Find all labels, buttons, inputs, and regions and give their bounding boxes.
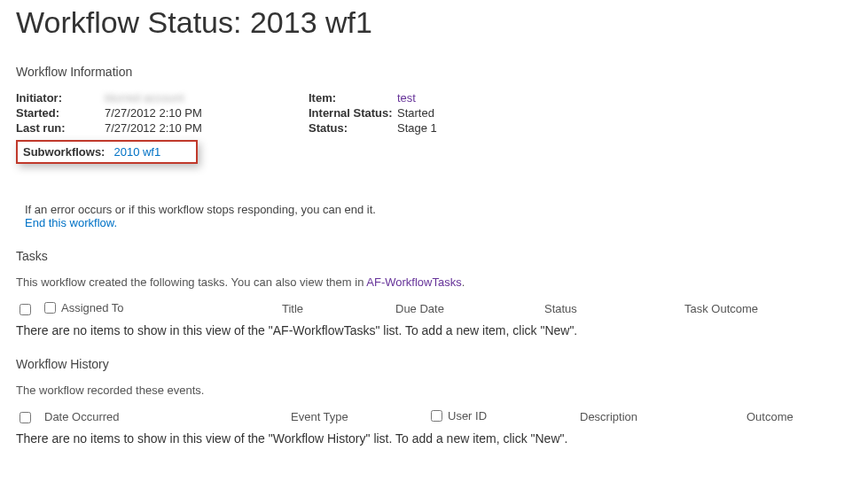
history-col-date: Date Occurred <box>44 406 291 428</box>
status-value: Stage 1 <box>397 121 557 135</box>
started-value: 7/27/2012 2:10 PM <box>105 106 264 120</box>
initiator-label: Initiator: <box>16 91 105 105</box>
status-label: Status: <box>309 121 397 135</box>
tasks-select-all-checkbox[interactable] <box>20 304 31 315</box>
end-workflow-link[interactable]: End this workflow. <box>25 216 117 229</box>
lastrun-value: 7/27/2012 2:10 PM <box>105 121 264 135</box>
tasks-col-outcome: Task Outcome <box>684 298 836 320</box>
subworkflows-link[interactable]: 2010 wf1 <box>113 145 160 159</box>
item-label: Item: <box>309 91 397 105</box>
tasks-assigned-checkbox[interactable] <box>44 302 56 314</box>
tasks-empty-message: There are no items to show in this view … <box>16 323 836 337</box>
workflow-info-heading: Workflow Information <box>16 65 836 79</box>
tasks-col-title: Title <box>282 298 395 320</box>
item-link[interactable]: test <box>397 91 416 105</box>
workflow-info-left: Initiator: blurred account Started: 7/27… <box>16 91 264 135</box>
workflow-info-right: Item: test Internal Status: Started Stat… <box>309 91 557 135</box>
tasks-heading: Tasks <box>16 249 836 263</box>
tasks-col-due: Due Date <box>395 298 544 320</box>
history-col-event-type: Event Type <box>291 406 431 428</box>
tasks-col-status: Status <box>544 298 684 320</box>
history-col-outcome: Outcome <box>746 406 836 428</box>
error-note: If an error occurs or if this workflow s… <box>25 203 836 216</box>
history-col-user-id: User ID <box>448 409 487 423</box>
history-col-description: Description <box>580 406 746 428</box>
started-label: Started: <box>16 106 105 120</box>
page-title: Workflow Status: 2013 wf1 <box>16 5 836 40</box>
lastrun-label: Last run: <box>16 121 105 135</box>
tasks-subtitle-suffix: . <box>462 275 465 289</box>
subworkflows-label: Subworkflows: <box>23 145 105 159</box>
tasks-list-link[interactable]: AF-WorkflowTasks <box>366 275 461 289</box>
tasks-subtitle: This workflow created the following task… <box>16 275 836 289</box>
history-empty-message: There are no items to show in this view … <box>16 431 836 446</box>
internal-status-value: Started <box>397 106 557 120</box>
history-subtitle: The workflow recorded these events. <box>16 384 836 397</box>
history-userid-checkbox[interactable] <box>431 410 442 422</box>
internal-status-label: Internal Status: <box>309 106 397 120</box>
subworkflows-highlight: Subworkflows: 2010 wf1 <box>16 140 198 164</box>
workflow-info: Initiator: blurred account Started: 7/27… <box>16 91 836 135</box>
history-select-all-checkbox[interactable] <box>20 412 31 423</box>
history-table: Date Occurred Event Type User ID Descrip… <box>16 406 836 428</box>
tasks-table: Assigned To Title Due Date Status Task O… <box>16 298 836 320</box>
history-heading: Workflow History <box>16 357 836 371</box>
tasks-col-assigned: Assigned To <box>61 301 124 314</box>
initiator-value: blurred account <box>105 91 264 105</box>
tasks-subtitle-prefix: This workflow created the following task… <box>16 275 366 289</box>
